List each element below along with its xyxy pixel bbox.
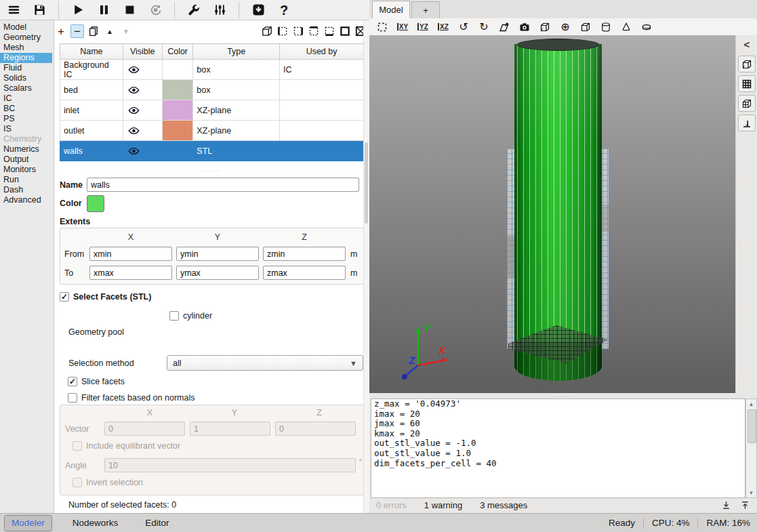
column-header-color[interactable]: Color — [162, 44, 193, 60]
from-x-input[interactable] — [89, 247, 172, 261]
column-header-type[interactable]: Type — [193, 44, 280, 60]
region-cube-shape-button[interactable] — [260, 24, 274, 38]
warnings-count[interactable]: 1 warning — [424, 500, 462, 510]
filter-facets-checkbox[interactable] — [68, 393, 77, 403]
rotate-cw-view-button[interactable]: ↻ — [476, 20, 491, 34]
cone-view-button[interactable] — [619, 20, 634, 34]
to-z-input[interactable] — [263, 266, 346, 280]
reset-view-view-button[interactable] — [375, 20, 390, 34]
tab-add[interactable]: + — [411, 1, 440, 18]
cylinder-view-button[interactable] — [598, 20, 613, 34]
copy-region-button[interactable] — [87, 24, 100, 38]
disc-view-button[interactable] — [639, 20, 654, 34]
table-row[interactable]: bedbox — [60, 80, 364, 100]
add-region-button[interactable]: + — [54, 24, 68, 38]
table-row[interactable]: Background ICboxIC — [60, 60, 364, 80]
scrollbar-thumb[interactable] — [748, 409, 756, 443]
square-bottom-shape-button[interactable] — [323, 24, 336, 38]
table-row[interactable]: inletXZ-plane — [60, 100, 364, 121]
pause-button[interactable] — [96, 2, 112, 18]
sidebar-item-ic[interactable]: IC — [0, 94, 54, 104]
up-region-button[interactable]: ▲ — [103, 24, 117, 38]
viewport-3d[interactable]: Y X Z — [369, 35, 735, 393]
mode-button-modeler[interactable]: Modeler — [4, 515, 52, 531]
geometry-view-button[interactable] — [537, 20, 552, 34]
region-name-input[interactable] — [87, 178, 359, 192]
menu-button[interactable] — [5, 2, 22, 18]
table-row[interactable]: outletXZ-plane — [60, 121, 364, 141]
sidebar-item-advanced[interactable]: Advanced — [0, 195, 54, 205]
camera-view-button[interactable] — [517, 20, 532, 34]
region-color-swatch[interactable] — [87, 195, 104, 212]
slice-facets-checkbox[interactable]: ✓ — [68, 377, 77, 386]
collapse-chevron-icon[interactable]: < — [736, 39, 757, 50]
panel-splitter[interactable]: ······ — [54, 168, 369, 173]
console-scrollbar[interactable]: ▲ ▼ — [745, 398, 757, 498]
wrench-button[interactable] — [186, 2, 202, 18]
sidebar-item-ps[interactable]: PS — [0, 114, 54, 124]
view-xy-view-button[interactable]: XY — [395, 20, 410, 34]
ram-usage: RAM: 16% — [706, 518, 750, 528]
sidebar-item-solids[interactable]: Solids — [0, 73, 54, 83]
selection-method-combobox[interactable]: all ▼ — [167, 355, 363, 371]
column-header-used-by[interactable]: Used by — [280, 44, 364, 60]
table-row[interactable]: wallsSTL — [60, 141, 364, 161]
axes-toggle-button[interactable] — [738, 115, 756, 131]
down-region-button[interactable]: ▼ — [119, 24, 133, 38]
panel-scrollbar[interactable] — [363, 20, 369, 513]
sidebar-item-monitors[interactable]: Monitors — [0, 165, 54, 175]
grid-toggle-button[interactable] — [738, 75, 756, 92]
square-top-shape-button[interactable] — [307, 24, 321, 38]
rotate-ccw-view-button[interactable]: ↺ — [456, 20, 471, 34]
square-solid-shape-button[interactable] — [338, 24, 352, 38]
cylinder-checkbox[interactable] — [169, 311, 179, 321]
tab-model[interactable]: Model — [372, 1, 410, 18]
scroll-down-icon[interactable]: ▼ — [746, 488, 756, 497]
cube-view-button[interactable] — [578, 20, 593, 34]
sidebar-item-is[interactable]: IS — [0, 124, 54, 134]
mesh-cube-toggle-button[interactable] — [738, 95, 756, 112]
console-output[interactable]: z_max = '0.04973'imax = 20jmax = 60kmax … — [371, 398, 745, 498]
square-right-shape-button[interactable] — [291, 24, 305, 38]
sidebar-item-mesh[interactable]: Mesh — [0, 43, 54, 53]
perspective-view-button[interactable] — [497, 20, 512, 34]
sidebar-item-scalars[interactable]: Scalars — [0, 83, 54, 94]
sidebar-item-output[interactable]: Output — [0, 155, 54, 165]
square-left-shape-button[interactable] — [276, 24, 289, 38]
mode-button-editor[interactable]: Editor — [138, 516, 176, 531]
stop-button[interactable] — [121, 2, 138, 18]
sphere-view-button[interactable]: ⊕ — [558, 20, 573, 34]
sidebar-item-dash[interactable]: Dash — [0, 185, 54, 195]
sidebar-item-model[interactable]: Model — [0, 22, 54, 33]
column-header-visible[interactable]: Visible — [123, 44, 162, 60]
sidebar-item-regions[interactable]: Regions — [0, 53, 52, 63]
to-x-input[interactable] — [89, 266, 172, 280]
scroll-up-icon[interactable]: ▲ — [746, 399, 756, 409]
sidebar-item-geometry[interactable]: Geometry — [0, 33, 54, 43]
submit-button[interactable] — [250, 2, 266, 18]
sidebar-item-numerics[interactable]: Numerics — [0, 144, 54, 155]
sidebar-item-fluid[interactable]: Fluid — [0, 63, 54, 73]
save-button[interactable] — [31, 2, 47, 18]
reset-button[interactable] — [147, 2, 163, 18]
to-y-input[interactable] — [176, 266, 259, 280]
messages-count[interactable]: 3 messages — [480, 500, 527, 510]
play-button[interactable] — [70, 2, 86, 18]
column-header-name[interactable]: Name — [60, 44, 123, 60]
scroll-to-bottom-icon[interactable] — [719, 500, 733, 510]
geometry-toggle-button[interactable] — [738, 56, 756, 73]
select-facets-checkbox[interactable]: ✓ — [60, 292, 69, 302]
from-y-input[interactable] — [176, 247, 259, 261]
view-xz-view-button[interactable]: XZ — [436, 20, 451, 34]
help-button[interactable]: ? — [276, 2, 292, 18]
regions-table[interactable]: NameVisibleColorTypeUsed byBackground IC… — [60, 43, 364, 161]
sidebar-item-bc[interactable]: BC — [0, 104, 54, 114]
from-z-input[interactable] — [263, 247, 346, 261]
sidebar-item-run[interactable]: Run — [0, 175, 54, 185]
remove-region-button[interactable]: − — [70, 24, 84, 38]
mode-button-nodeworks[interactable]: Nodeworks — [66, 516, 125, 531]
settings-button[interactable] — [211, 2, 228, 18]
errors-count[interactable]: 0 errors — [376, 500, 407, 510]
scroll-to-top-icon[interactable] — [738, 500, 752, 510]
view-yz-view-button[interactable]: YZ — [415, 20, 430, 34]
